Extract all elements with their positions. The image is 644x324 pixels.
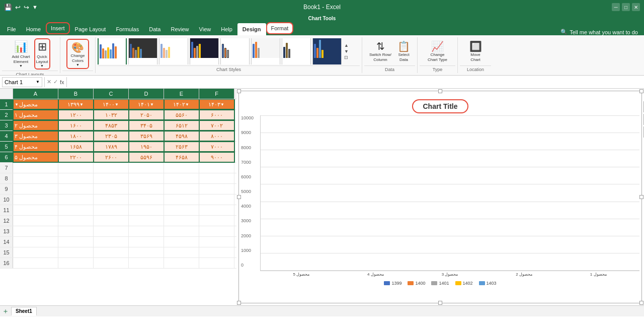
cancel-formula-icon[interactable]: ✕	[47, 79, 51, 85]
empty-cell-13-2[interactable]	[94, 226, 129, 236]
empty-cell-14-5[interactable]	[199, 237, 234, 247]
cell-F5[interactable]: ۷۰۰۰	[199, 142, 234, 152]
cell-D6[interactable]: ۵۵۹۶	[129, 152, 164, 162]
cell-D2[interactable]: ۲۰۵۰	[129, 110, 164, 120]
cell-E1[interactable]: ۱۴۰۲ ▼	[164, 99, 199, 109]
col-header-G[interactable]: G	[234, 89, 236, 99]
cell-B6[interactable]: ۲۲۰۰	[58, 152, 94, 162]
chart-style-5[interactable]	[220, 38, 250, 64]
cell-E1-dropdown[interactable]: ▼	[185, 102, 189, 107]
empty-cell-8-0[interactable]	[13, 173, 58, 183]
empty-cell-16-2[interactable]	[94, 258, 129, 268]
empty-cell-7-2[interactable]	[94, 163, 129, 173]
cell-F1[interactable]: ۱۴۰۳ ▼	[199, 99, 234, 109]
cell-B3[interactable]: ۱۶۰۰	[58, 120, 94, 131]
empty-cell-7-5[interactable]	[199, 163, 234, 173]
empty-cell-7-1[interactable]	[58, 163, 94, 173]
empty-cell-11-0[interactable]	[13, 205, 58, 215]
quick-layout-button[interactable]: ⊞ QuickLayout ▼	[34, 38, 50, 70]
cell-E2[interactable]: ۵۵۶۰	[164, 110, 199, 120]
handle-mid-left[interactable]	[237, 195, 241, 199]
change-colors-button[interactable]: 🎨 ChangeColors ▼	[66, 39, 89, 69]
empty-cell-9-4[interactable]	[164, 184, 199, 194]
cell-C3[interactable]: ۴۸۵۳	[94, 120, 129, 131]
empty-cell-10-5[interactable]	[199, 195, 234, 205]
empty-cell-13-0[interactable]	[13, 226, 58, 236]
tab-help[interactable]: Help	[216, 23, 237, 35]
tab-design[interactable]: Design	[237, 23, 266, 35]
empty-cell-12-5[interactable]	[199, 216, 234, 226]
empty-cell-12-2[interactable]	[94, 216, 129, 226]
undo-icon[interactable]: ↩	[15, 4, 21, 11]
cell-E3[interactable]: ۶۵۱۲	[164, 120, 199, 131]
cell-B2[interactable]: ۱۲۰۰	[58, 110, 94, 120]
formula-input[interactable]	[69, 77, 642, 87]
empty-cell-11-2[interactable]	[94, 205, 129, 215]
cell-C6[interactable]: ۲۶۰۰	[94, 152, 129, 162]
cell-B1-dropdown[interactable]: ▼	[79, 102, 84, 107]
handle-top-center[interactable]	[438, 89, 442, 93]
empty-cell-8-5[interactable]	[199, 173, 234, 183]
chart-style-1[interactable]	[98, 38, 127, 64]
handle-bottom-right[interactable]	[639, 301, 643, 305]
cell-F4[interactable]: ۸۰۰۰	[199, 131, 234, 141]
tab-data[interactable]: Data	[144, 23, 166, 35]
empty-cell-14-0[interactable]	[13, 237, 58, 247]
cell-B4[interactable]: ۱۸۰۰	[58, 131, 94, 141]
cell-C4[interactable]: ۲۳۰۵	[94, 131, 129, 141]
cell-A4[interactable]: محصول ۳	[13, 131, 58, 141]
new-sheet-icon[interactable]: ＋	[2, 307, 9, 316]
empty-cell-7-4[interactable]	[164, 163, 199, 173]
tab-review[interactable]: Review	[166, 23, 194, 35]
cell-C1-dropdown[interactable]: ▼	[115, 102, 119, 107]
cell-F2[interactable]: ۶۰۰۰	[199, 110, 234, 120]
empty-cell-16-1[interactable]	[58, 258, 94, 268]
empty-cell-12-1[interactable]	[58, 216, 94, 226]
empty-cell-7-0[interactable]	[13, 163, 58, 173]
handle-top-right[interactable]	[639, 89, 643, 93]
col-header-B[interactable]: B	[58, 89, 94, 99]
tab-home[interactable]: Home	[21, 23, 46, 35]
empty-cell-16-4[interactable]	[164, 258, 199, 268]
empty-cell-11-5[interactable]	[199, 205, 234, 215]
empty-cell-16-5[interactable]	[199, 258, 234, 268]
empty-cell-13-5[interactable]	[199, 226, 234, 236]
empty-cell-14-2[interactable]	[94, 237, 129, 247]
empty-cell-16-3[interactable]	[129, 258, 164, 268]
minimize-button[interactable]: ─	[612, 3, 620, 11]
cell-D1[interactable]: ۱۴۰۱ ▼	[129, 99, 164, 109]
cell-E4[interactable]: ۴۵۹۸	[164, 131, 199, 141]
empty-cell-10-3[interactable]	[129, 195, 164, 205]
handle-bottom-center[interactable]	[438, 301, 442, 305]
cell-C2[interactable]: ۱۰۳۲	[94, 110, 129, 120]
tab-view[interactable]: View	[194, 23, 216, 35]
empty-cell-15-3[interactable]	[129, 247, 164, 257]
cell-A6[interactable]: محصول ۵	[13, 152, 58, 162]
empty-cell-13-4[interactable]	[164, 226, 199, 236]
cell-D3[interactable]: ۳۴۰۵	[129, 120, 164, 131]
chart-style-7[interactable]	[282, 38, 311, 64]
empty-cell-14-4[interactable]	[164, 237, 199, 247]
redo-icon[interactable]: ↪	[24, 4, 29, 11]
empty-cell-9-2[interactable]	[94, 184, 129, 194]
chart-style-2[interactable]	[128, 38, 157, 64]
close-button[interactable]: ✕	[632, 3, 640, 11]
chart-style-3[interactable]	[159, 38, 188, 64]
empty-cell-12-3[interactable]	[129, 216, 164, 226]
cell-A1-dropdown[interactable]: ▼	[15, 102, 19, 107]
scroll-down-arrow[interactable]: ▼	[344, 49, 349, 54]
cell-E6[interactable]: ۴۶۵۸	[164, 152, 199, 162]
cell-B5[interactable]: ۱۶۵۸	[58, 142, 94, 152]
empty-cell-16-0[interactable]	[13, 258, 58, 268]
empty-cell-11-3[interactable]	[129, 205, 164, 215]
col-header-D[interactable]: D	[129, 89, 164, 99]
handle-top-left[interactable]	[237, 89, 241, 93]
cell-C1[interactable]: ۱۴۰۰ ▼	[94, 99, 129, 109]
save-icon[interactable]: 💾	[4, 4, 12, 11]
cell-A1[interactable]: محصول ▼	[13, 99, 58, 109]
cell-D4[interactable]: ۳۵۶۹	[129, 131, 164, 141]
cell-D5[interactable]: ۱۹۵۰	[129, 142, 164, 152]
cell-A2[interactable]: محصول ۱	[13, 110, 58, 120]
title-bar-controls[interactable]: 💾 ↩ ↪ ▼	[4, 4, 38, 11]
empty-cell-14-3[interactable]	[129, 237, 164, 247]
